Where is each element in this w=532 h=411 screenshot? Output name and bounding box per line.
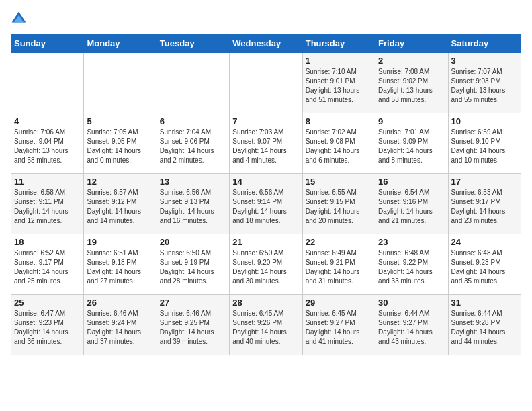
day-number: 19	[87, 237, 153, 247]
day-info: Sunrise: 6:53 AM Sunset: 9:17 PM Dayligh…	[451, 188, 518, 226]
day-info: Sunrise: 6:48 AM Sunset: 9:23 PM Dayligh…	[451, 248, 518, 286]
calendar-cell: 14Sunrise: 6:56 AM Sunset: 9:14 PM Dayli…	[230, 174, 302, 234]
day-number: 26	[87, 298, 153, 308]
day-info: Sunrise: 7:03 AM Sunset: 9:07 PM Dayligh…	[232, 128, 299, 165]
calendar-cell: 21Sunrise: 6:50 AM Sunset: 9:20 PM Dayli…	[230, 234, 302, 295]
day-number: 13	[160, 177, 226, 187]
calendar-week-5: 25Sunrise: 6:47 AM Sunset: 9:23 PM Dayli…	[11, 295, 521, 355]
day-number: 23	[378, 237, 445, 247]
col-header-wednesday: Wednesday	[230, 34, 302, 53]
calendar-week-2: 4Sunrise: 7:06 AM Sunset: 9:04 PM Daylig…	[11, 113, 521, 174]
day-info: Sunrise: 6:44 AM Sunset: 9:28 PM Dayligh…	[451, 309, 518, 347]
calendar-cell: 15Sunrise: 6:55 AM Sunset: 9:15 PM Dayli…	[302, 174, 375, 234]
calendar-cell	[11, 53, 84, 113]
col-header-thursday: Thursday	[302, 34, 375, 53]
day-number: 20	[160, 237, 226, 247]
calendar-cell: 7Sunrise: 7:03 AM Sunset: 9:07 PM Daylig…	[230, 113, 302, 174]
calendar-week-3: 11Sunrise: 6:58 AM Sunset: 9:11 PM Dayli…	[11, 174, 521, 234]
day-number: 2	[378, 56, 445, 66]
day-number: 12	[87, 177, 153, 187]
day-info: Sunrise: 6:58 AM Sunset: 9:11 PM Dayligh…	[14, 188, 81, 226]
day-number: 9	[378, 116, 445, 126]
calendar-header-row: SundayMondayTuesdayWednesdayThursdayFrid…	[11, 34, 521, 53]
day-number: 11	[14, 177, 81, 187]
day-number: 22	[306, 237, 372, 247]
calendar-cell: 30Sunrise: 6:44 AM Sunset: 9:27 PM Dayli…	[375, 295, 448, 355]
col-header-friday: Friday	[375, 34, 448, 53]
day-number: 3	[451, 56, 518, 66]
day-number: 31	[451, 298, 518, 308]
day-number: 27	[160, 298, 226, 308]
day-number: 24	[451, 237, 518, 247]
day-info: Sunrise: 6:59 AM Sunset: 9:10 PM Dayligh…	[451, 128, 518, 165]
col-header-tuesday: Tuesday	[157, 34, 229, 53]
calendar-cell: 12Sunrise: 6:57 AM Sunset: 9:12 PM Dayli…	[84, 174, 157, 234]
day-number: 30	[378, 298, 445, 308]
calendar-cell: 6Sunrise: 7:04 AM Sunset: 9:06 PM Daylig…	[157, 113, 229, 174]
day-number: 5	[87, 116, 153, 126]
calendar-week-1: 1Sunrise: 7:10 AM Sunset: 9:01 PM Daylig…	[11, 53, 521, 113]
day-number: 16	[378, 177, 445, 187]
calendar-cell: 16Sunrise: 6:54 AM Sunset: 9:16 PM Dayli…	[375, 174, 448, 234]
calendar-cell	[84, 53, 157, 113]
calendar-week-4: 18Sunrise: 6:52 AM Sunset: 9:17 PM Dayli…	[11, 234, 521, 295]
day-info: Sunrise: 7:07 AM Sunset: 9:03 PM Dayligh…	[451, 67, 518, 105]
logo	[11, 11, 30, 27]
calendar-cell: 26Sunrise: 6:46 AM Sunset: 9:24 PM Dayli…	[84, 295, 157, 355]
calendar-cell: 9Sunrise: 7:01 AM Sunset: 9:09 PM Daylig…	[375, 113, 448, 174]
day-info: Sunrise: 6:51 AM Sunset: 9:18 PM Dayligh…	[87, 248, 153, 286]
day-info: Sunrise: 6:45 AM Sunset: 9:26 PM Dayligh…	[232, 309, 299, 347]
day-info: Sunrise: 7:01 AM Sunset: 9:09 PM Dayligh…	[378, 128, 445, 165]
day-info: Sunrise: 6:45 AM Sunset: 9:27 PM Dayligh…	[306, 309, 372, 347]
calendar-cell	[230, 53, 302, 113]
calendar-cell: 22Sunrise: 6:49 AM Sunset: 9:21 PM Dayli…	[302, 234, 375, 295]
day-info: Sunrise: 6:47 AM Sunset: 9:23 PM Dayligh…	[14, 309, 81, 347]
day-info: Sunrise: 6:48 AM Sunset: 9:22 PM Dayligh…	[378, 248, 445, 286]
day-number: 6	[160, 116, 226, 126]
day-number: 18	[14, 237, 81, 247]
day-info: Sunrise: 6:52 AM Sunset: 9:17 PM Dayligh…	[14, 248, 81, 286]
calendar-cell: 29Sunrise: 6:45 AM Sunset: 9:27 PM Dayli…	[302, 295, 375, 355]
day-info: Sunrise: 7:08 AM Sunset: 9:02 PM Dayligh…	[378, 67, 445, 105]
day-number: 21	[232, 237, 299, 247]
header	[11, 11, 521, 27]
day-info: Sunrise: 6:46 AM Sunset: 9:24 PM Dayligh…	[87, 309, 153, 347]
day-info: Sunrise: 7:05 AM Sunset: 9:05 PM Dayligh…	[87, 128, 153, 165]
calendar-cell: 4Sunrise: 7:06 AM Sunset: 9:04 PM Daylig…	[11, 113, 84, 174]
calendar-cell: 31Sunrise: 6:44 AM Sunset: 9:28 PM Dayli…	[448, 295, 521, 355]
day-number: 17	[451, 177, 518, 187]
calendar-cell: 3Sunrise: 7:07 AM Sunset: 9:03 PM Daylig…	[448, 53, 521, 113]
day-info: Sunrise: 6:56 AM Sunset: 9:13 PM Dayligh…	[160, 188, 226, 226]
day-info: Sunrise: 6:44 AM Sunset: 9:27 PM Dayligh…	[378, 309, 445, 347]
day-number: 14	[232, 177, 299, 187]
day-number: 1	[306, 56, 372, 66]
day-number: 15	[306, 177, 372, 187]
calendar-cell: 19Sunrise: 6:51 AM Sunset: 9:18 PM Dayli…	[84, 234, 157, 295]
calendar-cell: 8Sunrise: 7:02 AM Sunset: 9:08 PM Daylig…	[302, 113, 375, 174]
calendar-cell: 28Sunrise: 6:45 AM Sunset: 9:26 PM Dayli…	[230, 295, 302, 355]
day-number: 29	[306, 298, 372, 308]
day-info: Sunrise: 7:06 AM Sunset: 9:04 PM Dayligh…	[14, 128, 81, 165]
calendar-cell: 25Sunrise: 6:47 AM Sunset: 9:23 PM Dayli…	[11, 295, 84, 355]
calendar-cell: 5Sunrise: 7:05 AM Sunset: 9:05 PM Daylig…	[84, 113, 157, 174]
day-number: 25	[14, 298, 81, 308]
calendar-cell: 11Sunrise: 6:58 AM Sunset: 9:11 PM Dayli…	[11, 174, 84, 234]
day-info: Sunrise: 6:57 AM Sunset: 9:12 PM Dayligh…	[87, 188, 153, 226]
calendar-cell: 24Sunrise: 6:48 AM Sunset: 9:23 PM Dayli…	[448, 234, 521, 295]
day-info: Sunrise: 6:50 AM Sunset: 9:20 PM Dayligh…	[232, 248, 299, 286]
day-number: 28	[232, 298, 299, 308]
calendar-cell: 17Sunrise: 6:53 AM Sunset: 9:17 PM Dayli…	[448, 174, 521, 234]
day-info: Sunrise: 6:56 AM Sunset: 9:14 PM Dayligh…	[232, 188, 299, 226]
day-number: 10	[451, 116, 518, 126]
calendar-cell: 23Sunrise: 6:48 AM Sunset: 9:22 PM Dayli…	[375, 234, 448, 295]
logo-icon	[11, 11, 27, 27]
calendar-cell: 13Sunrise: 6:56 AM Sunset: 9:13 PM Dayli…	[157, 174, 229, 234]
day-number: 7	[232, 116, 299, 126]
day-number: 8	[306, 116, 372, 126]
day-info: Sunrise: 6:49 AM Sunset: 9:21 PM Dayligh…	[306, 248, 372, 286]
calendar-cell: 20Sunrise: 6:50 AM Sunset: 9:19 PM Dayli…	[157, 234, 229, 295]
day-info: Sunrise: 7:04 AM Sunset: 9:06 PM Dayligh…	[160, 128, 226, 165]
calendar-cell: 1Sunrise: 7:10 AM Sunset: 9:01 PM Daylig…	[302, 53, 375, 113]
day-info: Sunrise: 6:50 AM Sunset: 9:19 PM Dayligh…	[160, 248, 226, 286]
col-header-saturday: Saturday	[448, 34, 521, 53]
